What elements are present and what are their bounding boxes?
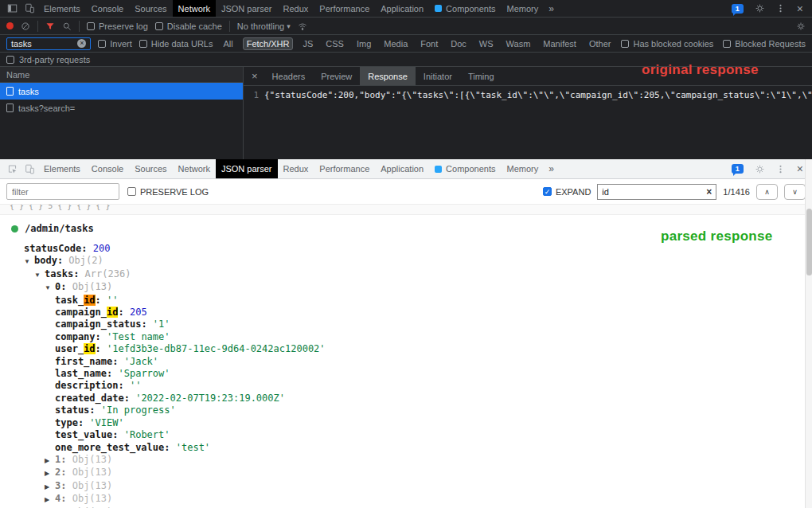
search-input[interactable]: id × xyxy=(597,184,716,200)
tree-row-first-name[interactable]: first_name: 'Jack' xyxy=(13,356,812,368)
type-filter-other[interactable]: Other xyxy=(586,38,615,49)
tab-redux[interactable]: Redux xyxy=(278,159,314,178)
tab-sources[interactable]: Sources xyxy=(129,0,172,17)
tree-row-status[interactable]: status: 'In progress' xyxy=(13,404,812,416)
device-toolbar-icon[interactable] xyxy=(21,0,38,17)
tree-row-company[interactable]: company: 'Test name' xyxy=(13,331,812,343)
checkbox[interactable] xyxy=(155,22,163,30)
tab-redux[interactable]: Redux xyxy=(278,0,314,17)
checkbox[interactable] xyxy=(98,40,106,48)
disable-cache-checkbox[interactable]: Disable cache xyxy=(155,21,222,31)
checkbox[interactable] xyxy=(127,187,136,196)
tree-row-campaign-status[interactable]: campaign_status: '1' xyxy=(13,318,812,330)
collapse-arrow-icon[interactable]: ▼ xyxy=(45,282,55,294)
has-blocked-cookies-checkbox[interactable]: Has blocked cookies xyxy=(621,39,713,49)
settings-gear-icon[interactable] xyxy=(751,159,769,178)
tab-console[interactable]: Console xyxy=(86,159,129,178)
record-network-log-icon[interactable] xyxy=(6,22,14,29)
type-filter-img[interactable]: Img xyxy=(353,38,374,49)
checkbox[interactable] xyxy=(139,40,147,48)
more-options-icon[interactable] xyxy=(772,0,790,17)
clear-filter-icon[interactable]: × xyxy=(77,39,86,48)
expand-arrow-icon[interactable]: ▶ xyxy=(45,481,55,493)
response-tab-headers[interactable]: Headers xyxy=(264,67,314,85)
request-row[interactable]: tasks?search= xyxy=(0,100,243,116)
tree-row-task-id[interactable]: task_id: '' xyxy=(13,295,812,307)
collapse-arrow-icon[interactable]: ▼ xyxy=(24,256,34,268)
expand-arrow-icon[interactable]: ▶ xyxy=(45,494,55,506)
close-detail-icon[interactable]: × xyxy=(245,70,264,82)
tab-performance[interactable]: Performance xyxy=(314,159,375,178)
tab-components[interactable]: Components xyxy=(429,159,501,178)
more-options-icon[interactable] xyxy=(772,159,790,178)
inspect-element-icon[interactable] xyxy=(3,159,21,178)
type-filter-all[interactable]: All xyxy=(220,38,236,49)
expand-arrow-icon[interactable]: ▶ xyxy=(45,467,55,479)
blocked-requests-checkbox[interactable]: Blocked Requests xyxy=(723,39,806,49)
type-filter-ws[interactable]: WS xyxy=(476,38,497,49)
expand-arrow-icon[interactable]: ▶ xyxy=(45,455,55,467)
tab-console[interactable]: Console xyxy=(86,0,129,17)
tree-row-last-name[interactable]: last_name: 'Sparrow' xyxy=(13,368,812,380)
tab-memory[interactable]: Memory xyxy=(501,0,544,17)
settings-gear-icon[interactable] xyxy=(751,0,769,17)
tree-row-1[interactable]: ▶1: Obj(13) xyxy=(13,454,812,467)
scrollbar-thumb[interactable] xyxy=(806,209,812,275)
type-filter-js[interactable]: JS xyxy=(299,38,316,49)
response-tab-response[interactable]: Response xyxy=(360,67,416,85)
tab-json-parser[interactable]: JSON parser xyxy=(216,159,278,178)
type-filter-fetch-xhr[interactable]: Fetch/XHR xyxy=(243,37,294,50)
invert-checkbox[interactable]: Invert xyxy=(98,39,132,49)
dock-side-icon[interactable] xyxy=(3,0,21,17)
checkbox-checked[interactable]: ✓ xyxy=(543,187,552,196)
clear-search-icon[interactable]: × xyxy=(706,186,712,197)
tab-application[interactable]: Application xyxy=(375,0,429,17)
close-devtools-icon[interactable]: × xyxy=(793,2,807,15)
clear-network-log-icon[interactable] xyxy=(21,21,30,31)
preserve-log-checkbox[interactable]: Preserve log xyxy=(87,21,148,31)
issues-badge[interactable]: 1 xyxy=(732,164,744,174)
response-body[interactable]: 1 {"statusCode":200,"body":"{\"tasks\":[… xyxy=(244,86,812,159)
tab-elements[interactable]: Elements xyxy=(38,159,86,178)
tab-elements[interactable]: Elements xyxy=(38,0,86,17)
type-filter-media[interactable]: Media xyxy=(381,38,411,49)
more-tabs-icon[interactable]: » xyxy=(544,163,559,174)
tab-performance[interactable]: Performance xyxy=(314,0,375,17)
network-settings-gear-icon[interactable] xyxy=(796,21,806,31)
checkbox[interactable] xyxy=(621,40,629,48)
tab-network[interactable]: Network xyxy=(173,159,216,178)
tree-row-created-date[interactable]: created_date: '2022-02-07T19:23:19.000Z' xyxy=(13,393,812,404)
tree-row-one-more-test-value[interactable]: one_more_test_value: 'test' xyxy=(13,442,812,454)
preserve-log-checkbox[interactable]: PRESERVE LOG xyxy=(127,187,209,197)
tab-components[interactable]: Components xyxy=(429,0,501,17)
response-tab-timing[interactable]: Timing xyxy=(460,67,502,85)
issues-badge[interactable]: 1 xyxy=(732,4,744,14)
third-party-checkbox[interactable] xyxy=(6,56,14,64)
tree-row-type[interactable]: type: 'VIEW' xyxy=(13,417,812,429)
request-row[interactable]: tasks xyxy=(0,83,243,100)
tree-row-4[interactable]: ▶4: Obj(13) xyxy=(13,493,812,506)
type-filter-font[interactable]: Font xyxy=(417,38,441,49)
type-filter-manifest[interactable]: Manifest xyxy=(540,38,580,49)
network-filter-input[interactable]: tasks × xyxy=(6,37,91,50)
filter-funnel-icon[interactable] xyxy=(45,21,55,31)
response-tab-preview[interactable]: Preview xyxy=(313,67,360,85)
type-filter-wasm[interactable]: Wasm xyxy=(503,38,534,49)
device-toolbar-icon[interactable] xyxy=(21,159,38,178)
network-conditions-icon[interactable] xyxy=(298,21,307,31)
tab-memory[interactable]: Memory xyxy=(501,159,544,178)
tab-json-parser[interactable]: JSON parser xyxy=(216,0,278,17)
tree-row-2[interactable]: ▶2: Obj(13) xyxy=(13,467,812,479)
tree-row-statuscode[interactable]: statusCode: 200 xyxy=(13,243,812,255)
tree-row-tasks[interactable]: ▼tasks: Arr(236) xyxy=(13,268,812,281)
tree-row-0[interactable]: ▼0: Obj(13) xyxy=(13,281,812,294)
filter-input[interactable] xyxy=(6,183,119,200)
expand-checkbox[interactable]: ✓EXPAND xyxy=(543,187,591,197)
tree-row-description[interactable]: description: '' xyxy=(13,380,812,392)
tree-row-test-value[interactable]: test_value: 'Robert' xyxy=(13,429,812,441)
name-column-header[interactable]: Name xyxy=(0,67,243,83)
tree-row-3[interactable]: ▶3: Obj(13) xyxy=(13,480,812,493)
vertical-scrollbar[interactable] xyxy=(805,159,812,508)
tree-row-user-id[interactable]: user_id: '1efd3b3e-db87-11ec-9d64-0242ac… xyxy=(13,343,812,355)
previous-match-button[interactable]: ∧ xyxy=(756,184,778,200)
